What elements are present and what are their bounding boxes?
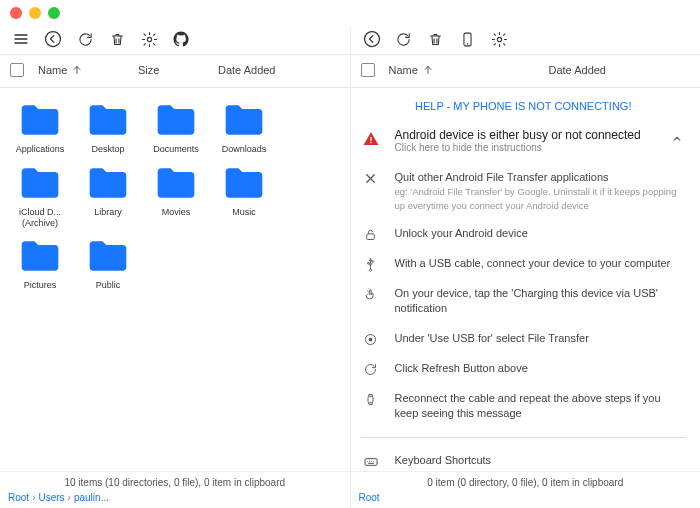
local-pane: Name Size Date Added ApplicationsDesktop…: [0, 26, 351, 508]
folder-item[interactable]: Pictures: [8, 234, 72, 291]
instruction-text: Under 'Use USB for' select File Transfer: [395, 331, 687, 346]
settings-button[interactable]: [134, 26, 164, 52]
left-breadcrumb: Root›Users›paulin...: [8, 492, 342, 503]
folder-item[interactable]: Library: [76, 161, 140, 229]
left-toolbar: [0, 26, 350, 52]
folder-icon: [80, 234, 136, 278]
lock-icon: [361, 226, 381, 242]
window-maximize-button[interactable]: [48, 7, 60, 19]
folder-icon: [12, 234, 68, 278]
folder-icon: [216, 161, 272, 205]
folder-label: Pictures: [24, 280, 57, 291]
alert-title: Android device is either busy or not con…: [395, 128, 657, 142]
touch-icon: [361, 286, 381, 302]
folder-label: Applications: [16, 144, 65, 155]
folder-icon: [80, 98, 136, 142]
breadcrumb-sep: ›: [32, 492, 35, 503]
left-columns-header: Name Size Date Added: [0, 55, 350, 85]
right-status: 0 item (0 directory, 0 file), 0 item in …: [359, 477, 693, 488]
delete-button[interactable]: [421, 26, 451, 52]
folder-label: Documents: [153, 144, 199, 155]
refresh-icon: [361, 361, 381, 377]
instruction-text: Unlock your Android device: [395, 226, 687, 241]
folder-icon: [216, 98, 272, 142]
column-date[interactable]: Date Added: [218, 64, 340, 76]
folder-item[interactable]: Movies: [144, 161, 208, 229]
instruction-text: Quit other Android File Transfer applica…: [395, 170, 687, 212]
folder-item[interactable]: Desktop: [76, 98, 140, 155]
folder-icon: [12, 161, 68, 205]
column-date[interactable]: Date Added: [549, 64, 691, 76]
back-button[interactable]: [357, 26, 387, 52]
left-status: 10 items (10 directories, 0 file), 0 ite…: [8, 477, 342, 488]
instruction-row: Under 'Use USB for' select File Transfer: [361, 324, 687, 354]
instruction-text: On your device, tap the 'Charging this d…: [395, 286, 687, 317]
folder-item[interactable]: Downloads: [212, 98, 276, 155]
instruction-row: Click Refresh Button above: [361, 354, 687, 384]
refresh-button[interactable]: [70, 26, 100, 52]
folder-icon: [148, 161, 204, 205]
instruction-row: On your device, tap the 'Charging this d…: [361, 279, 687, 324]
alert-toggle[interactable]: Android device is either busy or not con…: [395, 128, 657, 153]
titlebar: [0, 0, 700, 26]
folder-item[interactable]: Applications: [8, 98, 72, 155]
folder-icon: [148, 98, 204, 142]
folder-label: iCloud D... (Archive): [8, 207, 72, 229]
folder-item[interactable]: iCloud D... (Archive): [8, 161, 72, 229]
column-size[interactable]: Size: [138, 64, 218, 76]
github-button[interactable]: [166, 26, 196, 52]
window-close-button[interactable]: [10, 7, 22, 19]
folder-icon: [12, 98, 68, 142]
column-name[interactable]: Name: [38, 64, 138, 76]
instruction-text: Click Refresh Button above: [395, 361, 687, 376]
column-name[interactable]: Name: [389, 64, 549, 76]
warning-icon: [361, 128, 381, 148]
folder-label: Movies: [162, 207, 191, 218]
device-pane: Name Date Added HELP - MY PHONE IS NOT C…: [351, 26, 701, 508]
folder-icon: [80, 161, 136, 205]
sort-asc-icon: [422, 64, 434, 76]
delete-button[interactable]: [102, 26, 132, 52]
folder-label: Library: [94, 207, 122, 218]
breadcrumb-item[interactable]: Users: [38, 492, 64, 503]
instruction-text: With a USB cable, connect your device to…: [395, 256, 687, 271]
folder-item[interactable]: Public: [76, 234, 140, 291]
breadcrumb-item[interactable]: Root: [8, 492, 29, 503]
refresh-button[interactable]: [389, 26, 419, 52]
radio-icon: [361, 331, 381, 347]
instruction-row: With a USB cable, connect your device to…: [361, 249, 687, 279]
right-columns-header: Name Date Added: [351, 55, 701, 85]
select-all-checkbox[interactable]: [361, 63, 375, 77]
instruction-subtext: eg: 'Android File Transfer' by Google. U…: [395, 185, 687, 212]
instruction-text: Reconnect the cable and repeat the above…: [395, 391, 687, 422]
back-button[interactable]: [38, 26, 68, 52]
folder-label: Desktop: [91, 144, 124, 155]
instruction-row: Reconnect the cable and repeat the above…: [361, 384, 687, 429]
watch-icon: [361, 391, 381, 407]
breadcrumb-sep: ›: [68, 492, 71, 503]
window-minimize-button[interactable]: [29, 7, 41, 19]
instruction-row: Quit other Android File Transfer applica…: [361, 163, 687, 219]
sort-asc-icon: [71, 64, 83, 76]
folder-item[interactable]: Documents: [144, 98, 208, 155]
alert-subtitle: Click here to hide the instructions: [395, 142, 657, 153]
keyboard-shortcuts-row[interactable]: Keyboard Shortcuts: [395, 453, 687, 468]
breadcrumb-item[interactable]: paulin...: [74, 492, 109, 503]
close-icon: [361, 170, 381, 186]
breadcrumb-item[interactable]: Root: [359, 492, 380, 503]
right-toolbar: [351, 26, 701, 52]
storage-button[interactable]: [453, 26, 483, 52]
folder-label: Public: [96, 280, 121, 291]
folder-label: Music: [232, 207, 256, 218]
select-all-checkbox[interactable]: [10, 63, 24, 77]
help-link[interactable]: HELP - MY PHONE IS NOT CONNECTING!: [361, 94, 687, 124]
instruction-row: Unlock your Android device: [361, 219, 687, 249]
settings-button[interactable]: [485, 26, 515, 52]
folder-item[interactable]: Music: [212, 161, 276, 229]
keyboard-icon: [361, 453, 381, 470]
menu-button[interactable]: [6, 26, 36, 52]
usb-icon: [361, 256, 381, 272]
folder-label: Downloads: [222, 144, 267, 155]
right-breadcrumb: Root: [359, 492, 693, 503]
collapse-icon[interactable]: [670, 128, 686, 146]
